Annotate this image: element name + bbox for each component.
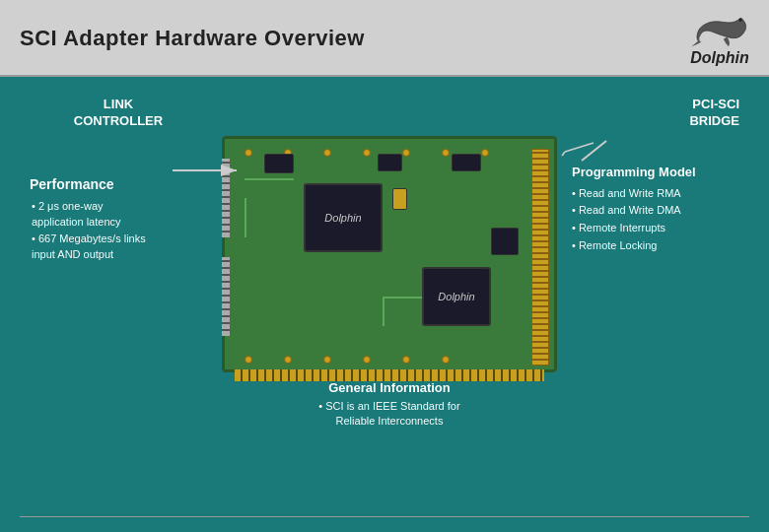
pcb-trace bbox=[383, 297, 422, 299]
general-info-item-2: Reliable Interconnects bbox=[318, 414, 459, 429]
main-content: LINK CONTROLLER Performance • 2 μs one-w… bbox=[0, 77, 769, 532]
chip-small-1 bbox=[264, 154, 294, 173]
dolphin-icon bbox=[690, 10, 749, 49]
page-title: SCI Adapter Hardware Overview bbox=[20, 26, 365, 51]
chip-small-3 bbox=[452, 154, 481, 171]
gold-dot bbox=[284, 356, 292, 364]
gold-dot bbox=[245, 149, 252, 157]
prog-item-4: • Remote Locking bbox=[572, 237, 739, 255]
general-info-item-1: • SCI is an IEEE Standard for bbox=[318, 399, 459, 414]
chip-mid-right bbox=[491, 228, 519, 255]
chip-small-2 bbox=[378, 154, 402, 171]
general-info: General Information • SCI is an IEEE Sta… bbox=[318, 380, 459, 430]
pcb-board: Dolphin Dolphin bbox=[222, 136, 557, 372]
header: SCI Adapter Hardware Overview Dolphin bbox=[0, 0, 769, 77]
chip-dolphin-2: Dolphin bbox=[422, 267, 491, 326]
gold-dot bbox=[442, 149, 450, 157]
logo-text: Dolphin bbox=[690, 49, 749, 67]
performance-item-4: input AND output bbox=[30, 246, 207, 263]
left-panel: LINK CONTROLLER Performance • 2 μs one-w… bbox=[30, 97, 207, 532]
general-info-title: General Information bbox=[318, 380, 459, 395]
performance-item-3: • 667 Megabytes/s links bbox=[30, 231, 207, 247]
prog-item-1: • Read and Write RMA bbox=[572, 185, 739, 203]
gold-dot bbox=[442, 356, 450, 364]
gold-dot bbox=[402, 356, 410, 364]
gold-dot bbox=[245, 356, 252, 364]
pcb-trace bbox=[245, 178, 294, 180]
pcb-right-connector bbox=[531, 149, 549, 366]
gold-dot bbox=[323, 356, 331, 364]
prog-item-3: • Remote Interrupts bbox=[572, 220, 739, 237]
chip-yellow bbox=[392, 188, 407, 210]
gold-dot bbox=[363, 356, 371, 364]
right-panel: PCI-SCI BRIDGE Programming Model • Read … bbox=[572, 97, 739, 532]
pcb-left-connector-top bbox=[222, 159, 230, 237]
gold-dot bbox=[363, 149, 371, 157]
pci-sci-bridge-label: PCI-SCI BRIDGE bbox=[572, 97, 739, 130]
gold-dot bbox=[402, 149, 410, 157]
prog-item-2: • Read and Write DMA bbox=[572, 202, 739, 220]
link-controller-label: LINK CONTROLLER bbox=[30, 97, 207, 130]
programming-model-section: Programming Model • Read and Write RMA •… bbox=[572, 165, 739, 254]
performance-section: Performance • 2 μs one-way application l… bbox=[30, 176, 207, 263]
dolphin-logo: Dolphin bbox=[690, 10, 749, 67]
svg-point-0 bbox=[739, 19, 742, 22]
performance-title: Performance bbox=[30, 176, 207, 192]
gold-dot bbox=[323, 149, 331, 157]
pcb-left-connector-bottom bbox=[222, 257, 230, 336]
pcb-trace bbox=[383, 297, 384, 326]
chip-dolphin-1: Dolphin bbox=[304, 183, 383, 252]
performance-item-2: application latency bbox=[30, 214, 207, 231]
bottom-divider bbox=[20, 516, 749, 517]
pcb-container: Dolphin Dolphin General Inf bbox=[217, 97, 562, 532]
pcb-bottom-connector bbox=[235, 369, 544, 381]
pcb-trace bbox=[245, 198, 246, 237]
gold-dot bbox=[481, 149, 489, 157]
performance-item-1: • 2 μs one-way bbox=[30, 198, 207, 215]
programming-model-title: Programming Model bbox=[572, 165, 739, 179]
